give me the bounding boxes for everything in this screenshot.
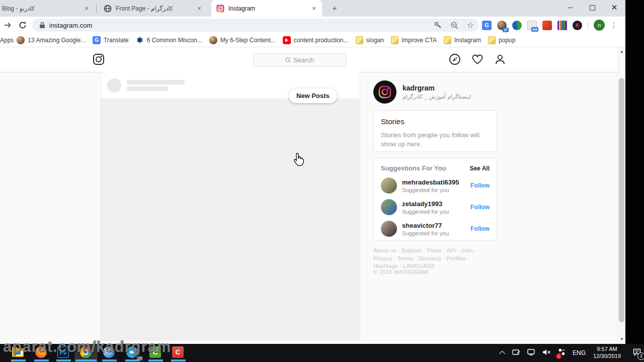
profile-row[interactable]: kadrgram اینستاگرام آموزش _ کادرگرام — [373, 80, 471, 104]
stats-extension-icon[interactable] — [557, 21, 567, 30]
minimize-button[interactable] — [559, 0, 581, 15]
bookmark-item[interactable]: slogan — [356, 36, 384, 44]
tab-close-icon[interactable]: × — [83, 5, 91, 13]
address-bar[interactable]: instagram.com ☆ — [32, 19, 479, 32]
page-scrollbar[interactable]: ▲ ▼ — [617, 47, 625, 344]
scrollbar-thumb[interactable] — [619, 78, 624, 322]
feed-post-skeleton — [101, 72, 360, 340]
see-all-link[interactable]: See All — [469, 165, 490, 172]
screenshot-extension-icon[interactable]: NA — [527, 21, 537, 30]
toolbar-separator — [588, 21, 588, 30]
clock[interactable]: 9:57 AM 12/30/2019 — [593, 346, 621, 360]
red-app-icon[interactable]: C — [172, 346, 185, 359]
bookmark-item[interactable]: Improve CTA — [391, 36, 437, 44]
suggestion-avatar[interactable] — [381, 221, 397, 237]
tab-close-icon[interactable]: × — [310, 5, 318, 13]
tray-expand-icon[interactable] — [499, 350, 506, 357]
profile-avatar[interactable] — [373, 80, 396, 104]
instagram-page: Search New Posts — [0, 47, 625, 344]
pen-input-icon[interactable] — [512, 348, 520, 357]
browser-menu-icon[interactable]: ⋮ — [610, 24, 617, 26]
sync-app-icon[interactable]: 1 — [558, 348, 566, 357]
tab-close-icon[interactable]: × — [195, 5, 203, 13]
translate-extension-icon[interactable]: G — [482, 21, 492, 30]
volume-muted-icon[interactable] — [542, 348, 551, 357]
tab-instagram[interactable]: Instagram × — [211, 0, 322, 17]
avatar2-icon — [209, 36, 217, 44]
running-indicator — [11, 359, 26, 361]
search-input[interactable]: Search — [253, 53, 346, 66]
running-indicator — [125, 359, 140, 361]
tab-title: Front Page - کادرگرام — [116, 5, 192, 12]
translate-icon: G — [93, 36, 101, 44]
key-icon[interactable] — [434, 21, 442, 30]
profile-person-icon[interactable] — [494, 53, 506, 65]
tab-separator — [96, 5, 97, 13]
flower-icon: ✱ — [136, 36, 144, 44]
explore-compass-icon[interactable] — [449, 53, 461, 65]
search-placeholder: Search — [293, 56, 314, 64]
skeleton-bar — [127, 86, 168, 91]
kite-extension-icon[interactable]: K — [573, 21, 582, 30]
bookmarks-apps-label[interactable]: Apps — [0, 37, 17, 44]
tab-blog[interactable]: Blog - کادرنو × — [0, 0, 95, 17]
avatar-extension-icon[interactable]: 27 — [497, 21, 507, 30]
suggestion-subtitle: Suggested for you — [402, 187, 470, 193]
scroll-down-icon[interactable]: ▼ — [618, 336, 626, 343]
note-icon — [488, 36, 496, 44]
bookmark-item[interactable]: content production... — [283, 36, 349, 44]
tab-front-page[interactable]: Front Page - کادرگرام × — [99, 0, 207, 17]
idm-extension-icon[interactable] — [512, 21, 522, 30]
notification-badge: 2 — [637, 352, 644, 360]
stories-card: Stories Stories from people you follow w… — [373, 110, 497, 152]
zoom-icon[interactable] — [450, 21, 459, 30]
skeleton-bar — [127, 80, 185, 84]
suggestion-username[interactable]: sheavictor77 — [402, 222, 470, 229]
action-center-icon[interactable]: 2 — [633, 348, 642, 358]
bookmark-item[interactable]: My 6-Step Content... — [209, 36, 276, 44]
suggestion-avatar[interactable] — [381, 177, 397, 194]
close-button[interactable]: ✕ — [603, 0, 625, 15]
stories-title: Stories — [381, 117, 490, 126]
new-posts-button[interactable]: New Posts — [289, 88, 337, 103]
bookmark-item[interactable]: Instagram — [444, 36, 481, 44]
new-tab-button[interactable]: + — [330, 4, 340, 14]
profile-username[interactable]: kadrgram — [403, 84, 471, 92]
reload-icon — [19, 21, 27, 29]
bookmark-item[interactable]: popup — [488, 36, 515, 44]
follow-button[interactable]: Follow — [470, 204, 490, 211]
browser-profile-avatar[interactable]: n — [594, 20, 605, 31]
language-indicator[interactable]: ENG — [573, 349, 586, 356]
search-icon — [285, 57, 291, 63]
running-indicator — [102, 359, 117, 361]
bookmark-item[interactable]: 13 Amazing Google... — [17, 36, 86, 44]
stories-body: Stories from people you follow will show… — [381, 131, 490, 148]
suggestion-avatar[interactable] — [381, 199, 397, 215]
suggestions-title: Suggestions For You — [381, 164, 446, 172]
bookmarks-bar: Apps 13 Amazing Google...GTranslate✱6 Co… — [0, 33, 625, 47]
activity-heart-icon[interactable] — [471, 53, 484, 65]
browser-tab-strip: Blog - کادرنو × Front Page - کادرگرام × — [0, 0, 644, 17]
follow-button[interactable]: Follow — [470, 182, 490, 189]
forward-button[interactable] — [1, 19, 14, 32]
instagram-logo-icon[interactable] — [93, 53, 105, 65]
bookmark-star-icon[interactable]: ☆ — [467, 21, 474, 29]
scroll-up-icon[interactable]: ▲ — [618, 48, 626, 55]
bookmark-item[interactable]: GTranslate — [93, 36, 129, 44]
bookmark-item[interactable]: ✱6 Common Miscon... — [136, 36, 202, 44]
bookmark-label: Improve CTA — [401, 37, 437, 44]
suggestion-username[interactable]: mehradesbati6395 — [402, 178, 470, 186]
avatar-icon — [17, 36, 25, 44]
red-extension-icon[interactable] — [542, 21, 552, 30]
follow-button[interactable]: Follow — [470, 225, 490, 232]
instagram-footer-links[interactable]: About us · Support · Press · API · Jobs … — [373, 247, 495, 270]
suggestion-username[interactable]: zetalady1993 — [402, 200, 470, 208]
reload-button[interactable] — [16, 19, 29, 32]
restore-button[interactable] — [581, 0, 603, 15]
recording-black-strip — [625, 0, 644, 344]
browser-toolbar: instagram.com ☆ G 27 NA — [0, 17, 625, 33]
skeleton-avatar — [107, 78, 121, 93]
note-icon — [444, 36, 451, 44]
bookmark-label: slogan — [366, 37, 384, 44]
network-display-icon[interactable] — [527, 348, 535, 357]
